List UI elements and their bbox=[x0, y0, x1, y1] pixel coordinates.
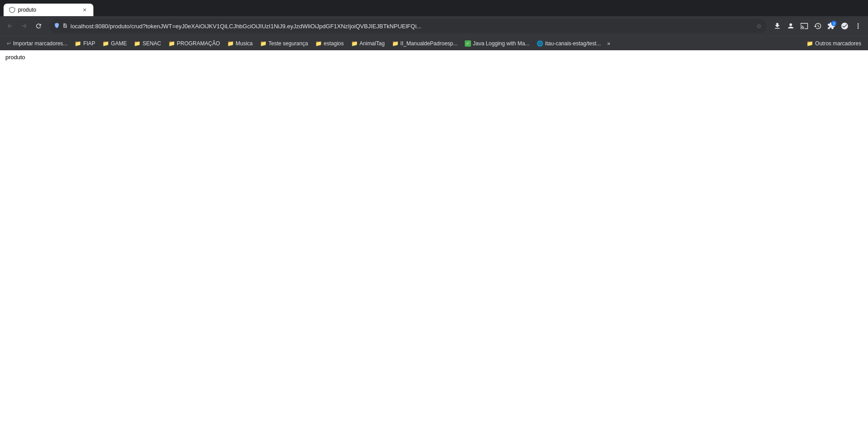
reload-button[interactable] bbox=[32, 20, 45, 32]
folder-icon-senac: 📁 bbox=[134, 40, 141, 47]
bookmark-item-teste-seguranca[interactable]: 📁 Teste segurança bbox=[257, 39, 311, 48]
account-button[interactable] bbox=[784, 20, 797, 32]
nav-bar: localhost:8080/produto/crud?tokenJWT=eyJ… bbox=[0, 16, 868, 36]
bookmark-label-musica: Musica bbox=[236, 40, 253, 47]
bookmark-item-estagios[interactable]: 📁 estagios bbox=[312, 39, 347, 48]
bookmark-label-manual: II_ManualdePadroesp... bbox=[401, 40, 458, 47]
active-tab[interactable]: produto ✕ bbox=[4, 4, 93, 16]
bookmark-item-senac[interactable]: 📁 SENAC bbox=[131, 39, 164, 48]
folder-icon-other: 📁 bbox=[806, 40, 813, 47]
java-favicon-icon: ✓ bbox=[465, 40, 471, 47]
browser-chrome: produto ✕ localhost:8080/produto/crud?to… bbox=[0, 0, 868, 50]
address-text: localhost:8080/produto/crud?tokenJWT=eyJ… bbox=[70, 23, 753, 30]
java-logging-favicon: ✓ bbox=[465, 40, 471, 47]
bookmark-label-java-logging: Java Logging with Ma... bbox=[473, 40, 529, 47]
bookmark-item-java-logging[interactable]: ✓ Java Logging with Ma... bbox=[462, 39, 533, 48]
bookmark-label-programacao: PROGRAMAÇÃO bbox=[177, 40, 220, 47]
folder-icon-game: 📁 bbox=[102, 40, 109, 47]
overflow-label: » bbox=[607, 40, 610, 47]
bookmarks-other-folder[interactable]: 📁 Outros marcadores bbox=[803, 39, 864, 48]
bookmark-item-game[interactable]: 📁 GAME bbox=[99, 39, 130, 48]
security-icon bbox=[54, 22, 60, 30]
bookmark-item-programacao[interactable]: 📁 PROGRAMAÇÃO bbox=[165, 39, 223, 48]
profile-button[interactable] bbox=[838, 20, 851, 32]
globe-icon-itau: 🌐 bbox=[537, 40, 543, 47]
folder-icon-manual: 📁 bbox=[392, 40, 399, 47]
bookmark-item-musica[interactable]: 📁 Musica bbox=[224, 39, 256, 48]
tab-bar: produto ✕ bbox=[0, 0, 868, 16]
extensions-button[interactable]: 3 bbox=[825, 20, 837, 32]
history-button[interactable] bbox=[811, 20, 824, 32]
bookmark-item-itau[interactable]: 🌐 itau-canais-estag/test... bbox=[533, 39, 604, 48]
forward-button[interactable] bbox=[18, 20, 31, 32]
bookmark-label-senac: SENAC bbox=[142, 40, 161, 47]
bookmark-star-icon[interactable]: ☆ bbox=[756, 22, 762, 30]
address-bar[interactable]: localhost:8080/produto/crud?tokenJWT=eyJ… bbox=[49, 19, 767, 33]
menu-button[interactable] bbox=[852, 20, 864, 32]
folder-icon-programacao: 📁 bbox=[168, 40, 175, 47]
svg-point-0 bbox=[789, 23, 792, 26]
tab-close-button[interactable]: ✕ bbox=[81, 6, 88, 13]
import-icon: ↵ bbox=[7, 40, 11, 47]
nav-icons-right: 3 bbox=[771, 20, 864, 32]
bookmark-label-fiap: FIAP bbox=[83, 40, 95, 47]
page-type-icon bbox=[62, 23, 68, 30]
back-button[interactable] bbox=[4, 20, 16, 32]
bookmark-item-importar[interactable]: ↵ Importar marcadores... bbox=[4, 39, 70, 48]
extensions-badge: 3 bbox=[831, 21, 837, 26]
page-content: produto bbox=[0, 50, 868, 437]
tab-title: produto bbox=[18, 7, 78, 13]
bookmark-label-estagios: estagios bbox=[324, 40, 344, 47]
folder-icon-fiap: 📁 bbox=[75, 40, 81, 47]
bookmark-item-animaltag[interactable]: 📁 AnimalTag bbox=[348, 39, 388, 48]
page-main-text: produto bbox=[5, 54, 25, 61]
bookmark-label-teste: Teste segurança bbox=[269, 40, 308, 47]
folder-icon-teste: 📁 bbox=[260, 40, 267, 47]
folder-icon-animaltag: 📁 bbox=[351, 40, 358, 47]
bookmarks-overflow-button[interactable]: » bbox=[605, 39, 612, 48]
bookmark-item-fiap[interactable]: 📁 FIAP bbox=[71, 39, 98, 48]
bookmarks-bar: ↵ Importar marcadores... 📁 FIAP 📁 GAME 📁… bbox=[0, 36, 868, 50]
bookmark-item-manual[interactable]: 📁 II_ManualdePadroesp... bbox=[389, 39, 461, 48]
cast-button[interactable] bbox=[798, 20, 811, 32]
bookmark-label-itau: itau-canais-estag/test... bbox=[545, 40, 601, 47]
folder-icon-estagios: 📁 bbox=[315, 40, 322, 47]
folder-icon-musica: 📁 bbox=[227, 40, 234, 47]
tab-favicon bbox=[9, 7, 15, 13]
download-button[interactable] bbox=[771, 20, 784, 32]
bookmark-label-animaltag: AnimalTag bbox=[360, 40, 385, 47]
bookmark-label-game: GAME bbox=[111, 40, 127, 47]
bookmark-label-other: Outros marcadores bbox=[815, 40, 861, 47]
bookmark-label-importar: Importar marcadores... bbox=[13, 40, 67, 47]
